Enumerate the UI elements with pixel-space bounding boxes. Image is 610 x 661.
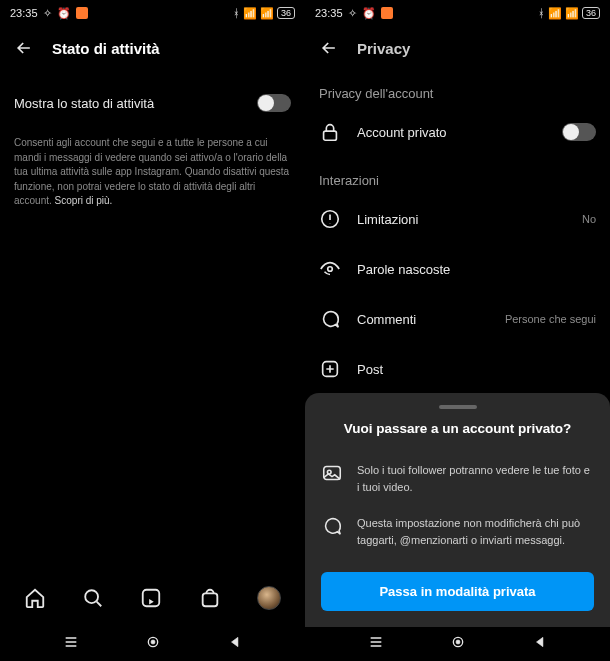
profile-avatar-icon[interactable] — [257, 586, 281, 610]
bluetooth-icon: ᚼ — [233, 7, 240, 19]
app-header: Stato di attività — [0, 26, 305, 70]
dnd-icon: ✧ — [43, 7, 52, 20]
limitations-row[interactable]: Limitazioni No — [305, 194, 610, 244]
account-private-label: Account privato — [357, 125, 447, 140]
bluetooth-icon: ᚼ — [538, 7, 545, 19]
sheet-line1: Solo i tuoi follower potranno vedere le … — [357, 462, 594, 495]
status-time: 23:35 — [315, 7, 343, 19]
dnd-icon: ✧ — [348, 7, 357, 20]
photo-icon — [321, 462, 343, 484]
sys-home-icon[interactable] — [145, 634, 161, 650]
battery-icon: 36 — [582, 7, 600, 19]
lock-icon — [319, 121, 341, 143]
svg-point-0 — [85, 590, 98, 603]
section-account-privacy: Privacy dell'account — [305, 70, 610, 107]
reels-icon[interactable] — [140, 587, 162, 609]
account-private-toggle[interactable] — [562, 123, 596, 141]
sheet-line2: Questa impostazione non modificherà chi … — [357, 515, 594, 548]
app-indicator-icon — [76, 7, 88, 19]
hidden-words-row[interactable]: Parole nascoste — [305, 244, 610, 294]
signal2-icon: 📶 — [565, 7, 579, 20]
sys-back-icon[interactable] — [533, 635, 547, 649]
signal2-icon: 📶 — [260, 7, 274, 20]
account-private-row: Account privato — [305, 107, 610, 157]
app-indicator-icon — [381, 7, 393, 19]
sys-menu-icon[interactable] — [63, 634, 79, 650]
eye-off-icon — [319, 258, 341, 280]
switch-private-button[interactable]: Passa in modalità privata — [321, 572, 594, 611]
alarm-icon: ⏰ — [57, 7, 71, 20]
status-bar: 23:35 ✧ ⏰ ᚼ 📶 📶 36 — [305, 0, 610, 26]
sheet-title: Vuoi passare a un account privato? — [321, 421, 594, 436]
svg-point-7 — [328, 267, 333, 272]
learn-more-link[interactable]: Scopri di più. — [55, 195, 113, 206]
right-phone-screen: 23:35 ✧ ⏰ ᚼ 📶 📶 36 Privacy Privacy dell'… — [305, 0, 610, 661]
app-header: Privacy — [305, 26, 610, 70]
activity-status-toggle[interactable] — [257, 94, 291, 112]
system-nav-bar — [305, 623, 610, 661]
private-account-sheet: Vuoi passare a un account privato? Solo … — [305, 393, 610, 627]
activity-status-row: Mostra lo stato di attività — [14, 80, 291, 126]
activity-status-description: Consenti agli account che segui e a tutt… — [0, 136, 305, 209]
shop-icon[interactable] — [199, 587, 221, 609]
signal-icon: 📶 — [548, 7, 562, 20]
page-title: Stato di attività — [52, 40, 160, 57]
comments-row[interactable]: Commenti Persone che segui — [305, 294, 610, 344]
svg-rect-2 — [202, 593, 217, 606]
sheet-handle[interactable] — [439, 405, 477, 409]
plus-square-icon — [319, 358, 341, 380]
comment-icon — [319, 308, 341, 330]
sys-back-icon[interactable] — [228, 635, 242, 649]
chat-icon — [321, 515, 343, 537]
home-icon[interactable] — [24, 587, 46, 609]
status-time: 23:35 — [10, 7, 38, 19]
svg-point-4 — [151, 640, 155, 644]
status-bar: 23:35 ✧ ⏰ ᚼ 📶 📶 36 — [0, 0, 305, 26]
exclamation-icon — [319, 208, 341, 230]
page-title: Privacy — [357, 40, 410, 57]
posts-row[interactable]: Post — [305, 344, 610, 394]
svg-point-14 — [456, 640, 460, 644]
left-phone-screen: 23:35 ✧ ⏰ ᚼ 📶 📶 36 Stato di attività Mos… — [0, 0, 305, 661]
search-icon[interactable] — [82, 587, 104, 609]
section-interactions: Interazioni — [305, 157, 610, 194]
bottom-nav — [0, 573, 305, 623]
system-nav-bar — [0, 623, 305, 661]
back-icon[interactable] — [14, 38, 34, 58]
back-icon[interactable] — [319, 38, 339, 58]
sys-home-icon[interactable] — [450, 634, 466, 650]
signal-icon: 📶 — [243, 7, 257, 20]
svg-rect-5 — [324, 131, 337, 140]
svg-rect-1 — [143, 590, 160, 607]
battery-icon: 36 — [277, 7, 295, 19]
alarm-icon: ⏰ — [362, 7, 376, 20]
sys-menu-icon[interactable] — [368, 634, 384, 650]
activity-status-label: Mostra lo stato di attività — [14, 96, 154, 111]
